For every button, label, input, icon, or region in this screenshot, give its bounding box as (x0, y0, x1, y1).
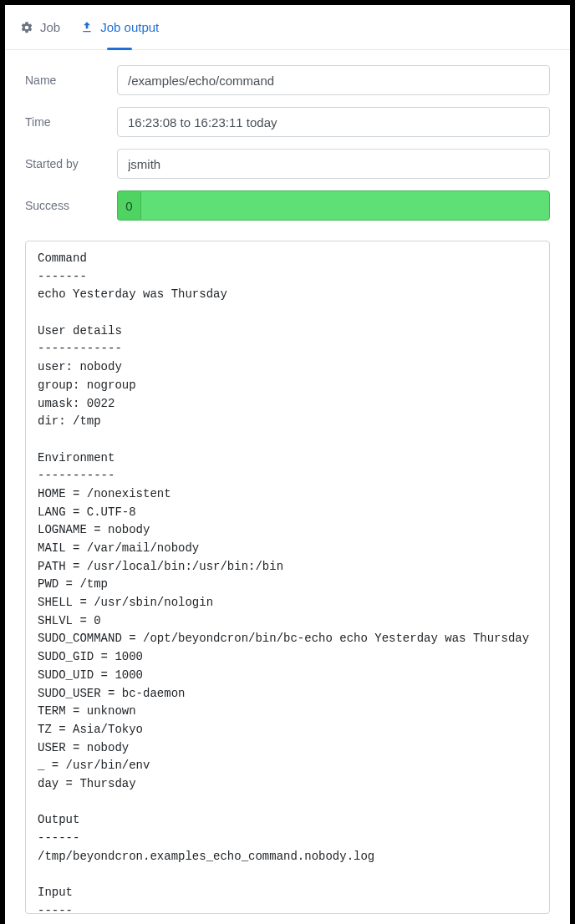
name-label: Name (25, 74, 117, 87)
name-field[interactable] (117, 65, 550, 95)
gear-icon (20, 21, 33, 34)
tab-job-label: Job (40, 20, 60, 34)
started-by-field[interactable] (117, 149, 550, 179)
row-name: Name (25, 65, 550, 95)
success-indicator: 0 (117, 190, 550, 221)
success-exit-code: 0 (117, 190, 140, 221)
details-form: Name Time Started by Success 0 (5, 50, 570, 241)
tab-job-output[interactable]: Job output (80, 5, 159, 49)
tab-bar: Job Job output (5, 5, 570, 50)
tab-job-output-label: Job output (100, 20, 159, 34)
row-success: Success 0 (25, 190, 550, 221)
time-field[interactable] (117, 107, 550, 137)
tab-job[interactable]: Job (20, 5, 60, 49)
job-output-text[interactable]: Command ------- echo Yesterday was Thurs… (25, 241, 550, 914)
app-window: Job Job output Name Time Started by (5, 5, 570, 924)
row-time: Time (25, 107, 550, 137)
started-by-label: Started by (25, 157, 117, 170)
upload-icon (80, 21, 94, 34)
success-label: Success (25, 199, 117, 212)
row-started-by: Started by (25, 149, 550, 179)
time-label: Time (25, 115, 117, 129)
success-bar (140, 190, 550, 221)
